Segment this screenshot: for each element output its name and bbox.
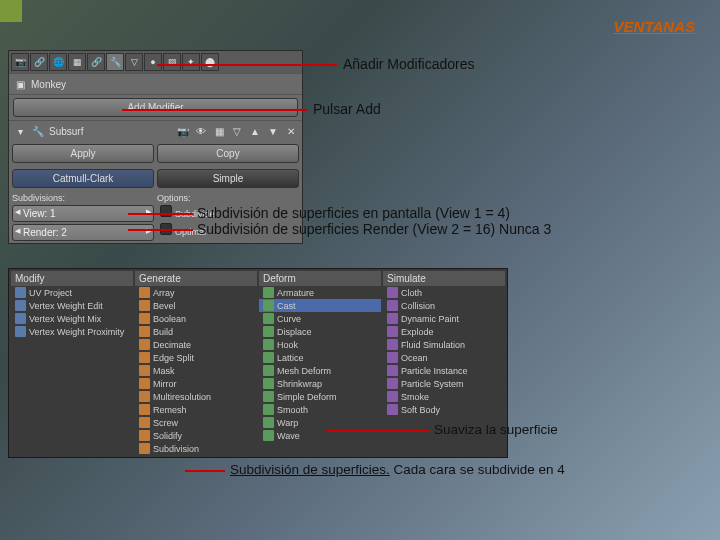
mod-partsys[interactable]: Particle System: [383, 377, 505, 390]
options-label: Options:: [157, 193, 299, 203]
annotation-subdiv-rest: Cada cara se subdivide en 4: [390, 462, 565, 477]
anno-line-3: [128, 213, 193, 215]
mod-meshdeform[interactable]: Mesh Deform: [259, 364, 381, 377]
mod-edgesplit[interactable]: Edge Split: [135, 351, 257, 364]
annotation-add-modifiers: Añadir Modificadores: [343, 56, 475, 72]
mod-hook[interactable]: Hook: [259, 338, 381, 351]
tab-data-icon[interactable]: ▽: [125, 53, 143, 71]
anno-line-2: [122, 109, 307, 111]
mod-explode[interactable]: Explode: [383, 325, 505, 338]
move-up-icon[interactable]: ▲: [248, 124, 262, 138]
mod-subdivision[interactable]: Subdivision: [135, 442, 257, 455]
mod-smooth[interactable]: Smooth: [259, 403, 381, 416]
mod-build[interactable]: Build: [135, 325, 257, 338]
tab-object-icon[interactable]: ▦: [68, 53, 86, 71]
simple-button[interactable]: Simple: [157, 169, 299, 188]
mod-simpledeform[interactable]: Simple Deform: [259, 390, 381, 403]
mod-mirror[interactable]: Mirror: [135, 377, 257, 390]
annotation-subdiv: Subdivisión de superficies. Cada cara se…: [230, 462, 565, 477]
mod-uv-project[interactable]: UV Project: [11, 286, 133, 299]
annotation-subdiv-under: Subdivisión de superficies.: [230, 462, 390, 477]
col-deform-head: Deform: [259, 271, 381, 286]
tab-constraints-icon[interactable]: 🔗: [87, 53, 105, 71]
mod-collision[interactable]: Collision: [383, 299, 505, 312]
col-modify: Modify UV Project Vertex Weight Edit Ver…: [11, 271, 133, 455]
tab-particles-icon[interactable]: ✦: [182, 53, 200, 71]
mod-decimate[interactable]: Decimate: [135, 338, 257, 351]
apply-button[interactable]: Apply: [12, 144, 154, 163]
object-name: Monkey: [31, 79, 66, 90]
mod-partinst[interactable]: Particle Instance: [383, 364, 505, 377]
anno-line-4: [128, 229, 193, 231]
mod-mask[interactable]: Mask: [135, 364, 257, 377]
tab-world-icon[interactable]: 🌐: [49, 53, 67, 71]
vis-cage-icon[interactable]: ▽: [230, 124, 244, 138]
cube-icon: ▣: [13, 77, 27, 91]
mod-remesh[interactable]: Remesh: [135, 403, 257, 416]
col-deform: Deform Armature Cast Curve Displace Hook…: [259, 271, 381, 455]
col-simulate-head: Simulate: [383, 271, 505, 286]
subdivisions-label: Subdivisions:: [12, 193, 154, 203]
vis-render-icon[interactable]: 📷: [176, 124, 190, 138]
mod-armature[interactable]: Armature: [259, 286, 381, 299]
tab-scene-icon[interactable]: 🔗: [30, 53, 48, 71]
vis-eye-icon[interactable]: 👁: [194, 124, 208, 138]
mod-solidify[interactable]: Solidify: [135, 429, 257, 442]
annotation-smooth: Suaviza la superficie: [434, 422, 558, 437]
mod-lattice[interactable]: Lattice: [259, 351, 381, 364]
mod-boolean[interactable]: Boolean: [135, 312, 257, 325]
render-field[interactable]: Render: 2: [12, 224, 154, 241]
tab-render-icon[interactable]: 📷: [11, 53, 29, 71]
mod-bevel[interactable]: Bevel: [135, 299, 257, 312]
col-generate: Generate Array Bevel Boolean Build Decim…: [135, 271, 257, 455]
tab-material-icon[interactable]: ●: [144, 53, 162, 71]
mod-multires[interactable]: Multiresolution: [135, 390, 257, 403]
tri-down-icon[interactable]: ▾: [13, 124, 27, 138]
mod-shrinkwrap[interactable]: Shrinkwrap: [259, 377, 381, 390]
add-modifier-row: Add Modifier: [9, 94, 302, 120]
close-icon[interactable]: ✕: [284, 124, 298, 138]
mod-dynpaint[interactable]: Dynamic Paint: [383, 312, 505, 325]
mod-screw[interactable]: Screw: [135, 416, 257, 429]
anno-line-1: [157, 64, 337, 66]
modifier-menu: Modify UV Project Vertex Weight Edit Ver…: [8, 268, 508, 458]
annotation-view: Subdivisión de superficies en pantalla (…: [197, 205, 510, 221]
tab-texture-icon[interactable]: ▨: [163, 53, 181, 71]
anno-line-6: [185, 470, 225, 472]
anno-line-5: [325, 430, 430, 432]
catmull-button[interactable]: Catmull-Clark: [12, 169, 154, 188]
property-tabs: 📷 🔗 🌐 ▦ 🔗 🔧 ▽ ● ▨ ✦ ⬤: [9, 51, 302, 73]
col-modify-head: Modify: [11, 271, 133, 286]
tab-modifiers-icon[interactable]: 🔧: [106, 53, 124, 71]
mod-cloth[interactable]: Cloth: [383, 286, 505, 299]
col-generate-head: Generate: [135, 271, 257, 286]
corner-accent: [0, 0, 22, 22]
modifier-header: ▾ 🔧 Subsurf 📷 👁 ▦ ▽ ▲ ▼ ✕: [9, 120, 302, 141]
mod-vwp[interactable]: Vertex Weight Proximity: [11, 325, 133, 338]
move-down-icon[interactable]: ▼: [266, 124, 280, 138]
copy-button[interactable]: Copy: [157, 144, 299, 163]
annotation-render: Subdivisión de superficies Render (View …: [197, 221, 551, 237]
add-modifier-button[interactable]: Add Modifier: [13, 98, 298, 117]
subdivide-uv-checkbox[interactable]: [160, 205, 172, 217]
mod-warp[interactable]: Warp: [259, 416, 381, 429]
mod-smoke[interactable]: Smoke: [383, 390, 505, 403]
object-row: ▣ Monkey: [9, 73, 302, 94]
mod-curve[interactable]: Curve: [259, 312, 381, 325]
mod-array[interactable]: Array: [135, 286, 257, 299]
vis-edit-icon[interactable]: ▦: [212, 124, 226, 138]
ventanas-title: VENTANAS: [614, 18, 695, 35]
mod-fluid[interactable]: Fluid Simulation: [383, 338, 505, 351]
mod-displace[interactable]: Displace: [259, 325, 381, 338]
mod-softbody[interactable]: Soft Body: [383, 403, 505, 416]
mod-vwm[interactable]: Vertex Weight Mix: [11, 312, 133, 325]
mod-ocean[interactable]: Ocean: [383, 351, 505, 364]
mod-vwe[interactable]: Vertex Weight Edit: [11, 299, 133, 312]
wrench-icon: 🔧: [31, 124, 45, 138]
header: VENTANAS: [614, 18, 695, 36]
tab-physics-icon[interactable]: ⬤: [201, 53, 219, 71]
subsurf-label: Subsurf: [49, 126, 83, 137]
mod-cast[interactable]: Cast: [259, 299, 381, 312]
annotation-pulsar-add: Pulsar Add: [313, 101, 381, 117]
